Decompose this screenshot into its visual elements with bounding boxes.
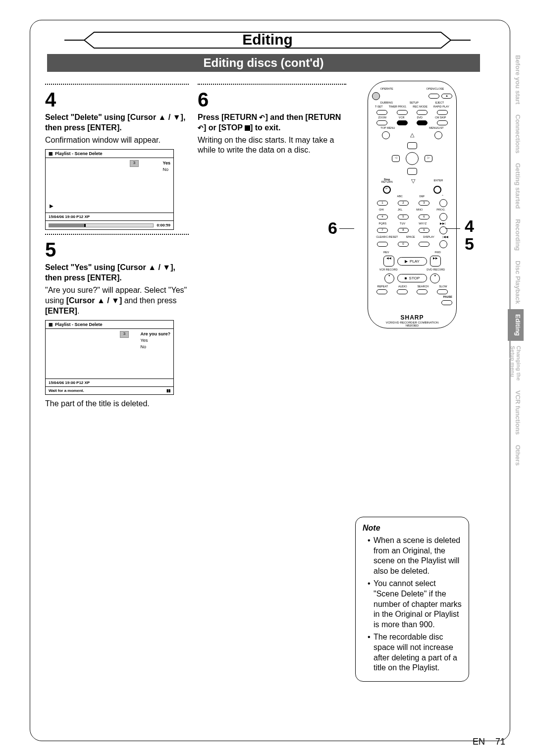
osd-scene-delete-confirm: ▦ Playlist - Scene Delete 3 Yes No ▶ 15/…	[45, 149, 174, 230]
key-8[interactable]: 8	[398, 228, 409, 233]
tab-connections[interactable]: Connections	[508, 109, 524, 159]
fwd-button[interactable]: ▶▶	[430, 256, 441, 267]
callout-5: 5	[465, 234, 474, 254]
cursor-up[interactable]	[407, 142, 417, 149]
topmenu-button[interactable]	[382, 131, 390, 139]
osd1-progress	[49, 223, 154, 227]
step-6-heading: Press [RETURN ↶] and then [RETURN ↶] or …	[198, 112, 346, 133]
stop-button[interactable]: ■ STOP	[397, 274, 427, 282]
enter-button[interactable]	[406, 152, 419, 165]
clear-button[interactable]	[377, 242, 388, 247]
tab-getting-started[interactable]: Getting started	[508, 158, 524, 214]
skip-fwd[interactable]	[439, 226, 447, 234]
audio-button[interactable]	[397, 289, 408, 294]
tab-before[interactable]: Before you start	[508, 50, 524, 109]
vcr-button[interactable]	[397, 120, 408, 125]
remote-control: OPERATEOPEN/CLOSE ▲ DUBBINGSETUPEJECT T-…	[368, 81, 457, 328]
stop-icon	[245, 125, 250, 131]
osd2-yes: Yes	[140, 337, 170, 344]
osd2-info: 15/04/06 19:00 P12 XP	[46, 378, 173, 386]
tab-playback[interactable]: Disc Playback	[508, 256, 524, 309]
dvd-rec-button[interactable]: ●	[430, 273, 440, 283]
cursor-down[interactable]	[407, 168, 417, 175]
osd1-thumbnail: 3	[130, 160, 139, 167]
menulist-button[interactable]	[434, 131, 442, 139]
dpad[interactable]: ◁ ▷	[390, 141, 434, 176]
osd1-info: 15/04/06 19:00 P12 XP	[46, 213, 173, 220]
return-label: StopRETURN	[381, 178, 393, 184]
page-number: 71	[495, 737, 505, 747]
step-4-heading: Select "Delete" using [Cursor ▲ / ▼], th…	[45, 112, 189, 133]
slow-button[interactable]	[437, 289, 448, 294]
return-button[interactable]: ↶	[383, 186, 391, 194]
display-button[interactable]	[419, 242, 429, 247]
rule	[45, 234, 189, 235]
eject-button[interactable]: ▲	[441, 94, 452, 99]
model-number: NB203ED	[372, 324, 452, 327]
enter-side-button[interactable]	[433, 186, 441, 194]
list-icon: ▦	[49, 322, 53, 327]
osd1-yes: Yes	[162, 160, 170, 166]
return-icon: ↶	[259, 113, 265, 121]
key-3[interactable]: 3	[419, 201, 429, 206]
step-5-number: 5	[45, 240, 189, 260]
rapid-button[interactable]	[437, 110, 448, 115]
callout-line	[339, 228, 354, 229]
callout-4: 4	[465, 216, 474, 236]
note-title: Note	[363, 523, 462, 534]
osd2-thumbnail: 3	[120, 331, 129, 338]
key-0[interactable]: 0	[398, 242, 409, 247]
note-box: Note When a scene is deleted from an Ori…	[355, 517, 469, 682]
up-icon: △	[410, 132, 414, 138]
step-5-heading: Select "Yes" using [Cursor ▲ / ▼], then …	[45, 263, 189, 283]
step-6-body: Writing on the disc starts. It may take …	[198, 135, 346, 156]
key-7[interactable]: 7	[377, 228, 388, 233]
skip-back[interactable]	[439, 240, 447, 248]
search-button[interactable]	[417, 289, 428, 294]
play-button[interactable]: ▶ PLAY	[397, 257, 427, 266]
recmode-button[interactable]	[417, 110, 428, 115]
repeat-button[interactable]	[376, 289, 387, 294]
osd2-question: Are you sure?	[140, 331, 170, 337]
step-5-footer: The part of the title is deleted.	[45, 399, 189, 409]
tab-recording[interactable]: Recording	[508, 214, 524, 256]
rev-button[interactable]: ◀◀	[383, 256, 394, 267]
callout-6: 6	[328, 218, 337, 238]
tset-button[interactable]	[376, 110, 387, 115]
tab-setup[interactable]: Changing theSetup menu	[508, 341, 524, 385]
list-icon: ▦	[49, 151, 53, 156]
brand-logo: SHARP	[372, 314, 452, 321]
dvd-button[interactable]	[417, 120, 428, 125]
timer-button[interactable]	[397, 110, 408, 115]
osd2-no: No	[140, 344, 170, 350]
tab-others[interactable]: Others	[508, 440, 524, 471]
prog-up[interactable]	[439, 199, 447, 207]
zoom-button[interactable]	[376, 120, 387, 125]
key-2[interactable]: 2	[398, 201, 409, 206]
tab-vcr[interactable]: VCR functions	[508, 385, 524, 440]
side-tabs: Before you start Connections Getting sta…	[508, 50, 524, 470]
section-title: Editing discs (cont'd)	[47, 54, 480, 72]
pause-button[interactable]	[441, 300, 452, 305]
tab-editing[interactable]: Editing	[508, 309, 524, 341]
cursor-left[interactable]: ◁	[392, 155, 400, 162]
key-4[interactable]: 4	[377, 215, 388, 219]
osd1-time: 0:00:59	[157, 223, 170, 227]
key-6[interactable]: 6	[419, 215, 429, 219]
operate-button[interactable]	[372, 92, 380, 100]
play-icon: ▶	[50, 203, 54, 209]
key-1[interactable]: 1	[377, 201, 388, 206]
cmskip-button[interactable]	[437, 120, 448, 125]
return-icon: ↶	[198, 124, 204, 132]
osd2-wait: Wait for a moment.	[49, 388, 84, 393]
key-5[interactable]: 5	[398, 215, 409, 219]
key-9[interactable]: 9	[419, 228, 429, 233]
vcr-rec-button[interactable]: ●	[384, 273, 394, 283]
rule	[45, 84, 189, 85]
note-item: The recordable disc space will not incre…	[368, 632, 462, 673]
prog-down[interactable]	[439, 213, 447, 221]
open-close-button[interactable]	[428, 94, 439, 99]
chapter-banner: Editing	[45, 30, 490, 50]
osd1-no: No	[162, 166, 170, 173]
cursor-right[interactable]: ▷	[425, 155, 432, 162]
